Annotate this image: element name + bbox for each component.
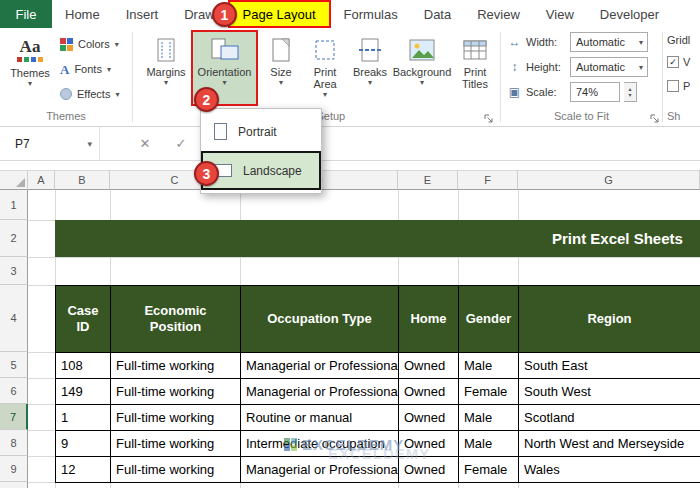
breaks-button[interactable]: Breaks ▾ (350, 30, 390, 106)
col-header-a[interactable]: A (28, 170, 55, 190)
table-cell[interactable]: Full-time working (111, 379, 241, 405)
table-cell[interactable]: Managerial or Professional (241, 353, 399, 379)
table-cell[interactable]: 108 (56, 353, 111, 379)
table-header-region[interactable]: Region (519, 286, 700, 353)
table-cell[interactable]: Male (459, 405, 519, 431)
table-cell[interactable]: 1 (56, 405, 111, 431)
themes-button[interactable]: Aa Themes ▾ (6, 30, 54, 106)
table-cell[interactable]: Female (459, 457, 519, 483)
chevron-down-icon: ▾ (368, 78, 372, 87)
tab-formulas[interactable]: Formulas (331, 0, 411, 28)
table-cell[interactable]: Full-time working (111, 457, 241, 483)
chevron-down-icon: ▾ (115, 90, 119, 99)
table-cell[interactable]: Female (459, 379, 519, 405)
row-header-4[interactable]: 4 (0, 285, 28, 352)
title-banner-text: Print Excel Sheets (55, 230, 683, 247)
col-header-f[interactable]: F (458, 170, 518, 190)
table-cell[interactable]: Routine or manual (241, 405, 399, 431)
table-cell[interactable]: Full-time working (111, 405, 241, 431)
themes-button-label: Themes (10, 67, 50, 79)
table-cell[interactable]: Male (459, 431, 519, 457)
table-cell[interactable]: Owned (399, 457, 459, 483)
tab-page-layout[interactable]: Page Layout (228, 0, 331, 28)
effects-button[interactable]: Effects ▾ (57, 83, 122, 105)
table-header-gender[interactable]: Gender (459, 286, 519, 353)
table-header-home[interactable]: Home (399, 286, 459, 353)
size-button[interactable]: Size ▾ (262, 30, 300, 106)
menu-item-portrait[interactable]: Portrait (201, 112, 321, 151)
table-cell[interactable]: 12 (56, 457, 111, 483)
landscape-label: Landscape (243, 164, 302, 178)
scale-label: Scale: (526, 86, 566, 98)
callout-step-1-badge: 1 (212, 2, 237, 27)
fonts-button[interactable]: A Fonts ▾ (57, 58, 122, 80)
table-cell[interactable]: Owned (399, 379, 459, 405)
table-cell[interactable]: Full-time working (111, 431, 241, 457)
page-setup-dialog-launcher-icon[interactable] (483, 110, 494, 121)
callout-step-2-badge: 2 (194, 87, 219, 112)
col-header-g[interactable]: G (518, 170, 700, 190)
table-cell[interactable]: South West (519, 379, 700, 405)
table-cell[interactable]: Male (459, 353, 519, 379)
row-header-7-active[interactable]: 7 (0, 404, 28, 430)
menu-item-landscape[interactable]: Landscape (201, 151, 321, 190)
enter-icon[interactable]: ✓ (168, 136, 194, 151)
tab-developer[interactable]: Developer (587, 0, 672, 28)
table-cell[interactable]: 9 (56, 431, 111, 457)
tab-file[interactable]: File (0, 0, 52, 28)
row-header-8[interactable]: 8 (0, 430, 28, 456)
table-header-case-id[interactable]: Case ID (56, 286, 111, 353)
width-select[interactable]: Automatic▾ (570, 32, 648, 52)
colors-label: Colors (78, 38, 110, 50)
gridlines-print-checkbox[interactable] (667, 80, 679, 92)
tab-insert[interactable]: Insert (113, 0, 172, 28)
background-icon (408, 35, 436, 65)
tab-view[interactable]: View (533, 0, 587, 28)
row-header-6[interactable]: 6 (0, 378, 28, 404)
col-header-b[interactable]: B (55, 170, 110, 190)
col-header-e[interactable]: E (398, 170, 458, 190)
table-cell[interactable]: Managerial or Professional (241, 457, 399, 483)
colors-button[interactable]: Colors ▾ (57, 33, 122, 55)
scale-spinner[interactable]: ▴▾ (624, 82, 637, 102)
print-area-button[interactable]: Print Area ▾ (302, 30, 348, 106)
table-cell[interactable]: Wales (519, 457, 700, 483)
table-cell[interactable]: Full-time working (111, 353, 241, 379)
themes-group: Aa Themes ▾ Colors ▾ A Fonts ▾ Eff (0, 28, 132, 126)
themes-icon: Aa (20, 38, 41, 55)
table-header-economic-position[interactable]: Economic Position (111, 286, 241, 353)
themes-small-buttons: Colors ▾ A Fonts ▾ Effects ▾ (57, 33, 122, 105)
height-select[interactable]: Automatic▾ (570, 57, 648, 77)
portrait-label: Portrait (238, 125, 277, 139)
table-cell[interactable]: North West and Merseyside (519, 431, 700, 457)
row-header-5[interactable]: 5 (0, 352, 28, 378)
gridlines-view-checkbox[interactable]: ✓ (667, 56, 679, 68)
select-all-corner[interactable] (0, 170, 28, 190)
tab-review[interactable]: Review (464, 0, 533, 28)
scale-to-fit-dialog-launcher-icon[interactable] (649, 110, 660, 121)
table-cell[interactable]: Intermediate occupation (241, 431, 399, 457)
tab-data[interactable]: Data (411, 0, 464, 28)
table-cell[interactable]: 149 (56, 379, 111, 405)
tab-home[interactable]: Home (52, 0, 113, 28)
table-cell[interactable]: Owned (399, 431, 459, 457)
cancel-icon[interactable]: ✕ (132, 136, 158, 151)
row-header-9[interactable]: 9 (0, 456, 28, 482)
row-header-2[interactable]: 2 (0, 220, 28, 257)
table-cell[interactable]: South East (519, 353, 700, 379)
table-cell[interactable]: Scotland (519, 405, 700, 431)
scale-input[interactable]: 74% (570, 82, 620, 102)
margins-button[interactable]: Margins ▾ (143, 30, 189, 106)
row-header-1[interactable]: 1 (0, 190, 28, 220)
table-cell[interactable]: Owned (399, 405, 459, 431)
row-header-10-partial[interactable] (0, 482, 28, 488)
background-button[interactable]: Background ▾ (392, 30, 452, 106)
row-header-3[interactable]: 3 (0, 257, 28, 285)
print-titles-button[interactable]: Print Titles (454, 30, 496, 106)
table-header-occupation-type[interactable]: Occupation Type (241, 286, 399, 353)
table-cell[interactable]: Managerial or Professional (241, 379, 399, 405)
table-cell[interactable]: Owned (399, 353, 459, 379)
data-table: Case ID Economic Position Occupation Typ… (55, 285, 700, 483)
title-banner-cell[interactable]: Print Excel Sheets (55, 220, 700, 257)
name-box[interactable]: P7 ▾ (0, 127, 100, 160)
